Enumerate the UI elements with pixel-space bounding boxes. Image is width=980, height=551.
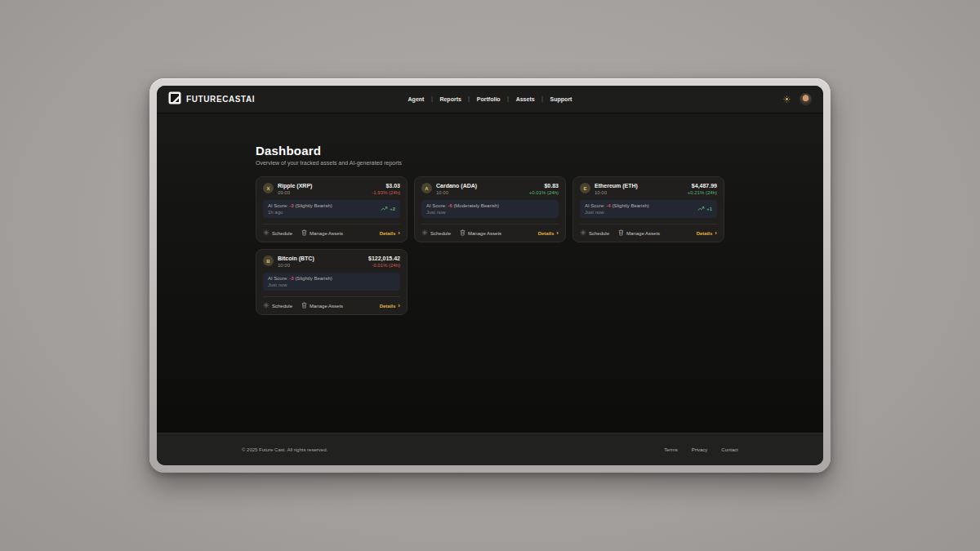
gear-icon — [263, 229, 270, 237]
details-button[interactable]: Details › — [380, 304, 400, 309]
trash-icon — [618, 229, 624, 237]
coin-price: $0.83 — [529, 183, 559, 189]
coin-avatar: E — [580, 183, 590, 193]
copyright-text: © 2025 Future Cast. All rights reserved. — [242, 447, 327, 452]
chevron-right-icon: › — [398, 231, 400, 236]
coin-name: Cardano (ADA) — [436, 183, 525, 189]
trash-icon — [301, 229, 307, 237]
nav-item-assets[interactable]: Assets — [508, 96, 542, 102]
coin-time: 10:00 — [436, 190, 525, 195]
schedule-label: Schedule — [272, 304, 292, 309]
asset-card: B Bitcoin (BTC) 10:00 $122,015.42 -0.01%… — [256, 249, 408, 315]
app-window: FUTURECASTAI Agent Reports Portfolio Ass… — [149, 78, 831, 473]
chevron-right-icon: › — [556, 231, 559, 236]
schedule-button[interactable]: Schedule — [263, 302, 292, 309]
app-screen: FUTURECASTAI Agent Reports Portfolio Ass… — [157, 86, 823, 465]
user-avatar[interactable] — [800, 93, 812, 105]
footer-link-privacy[interactable]: Privacy — [692, 447, 708, 452]
price-change: -0.01% (24h) — [368, 263, 400, 268]
footer-link-terms[interactable]: Terms — [664, 447, 677, 452]
trend-badge: +1 — [697, 207, 712, 212]
nav-item-portfolio[interactable]: Portfolio — [469, 96, 508, 102]
gear-icon — [580, 229, 586, 237]
ai-score-box: AI Score: -6 (Moderately Bearish) Just n… — [421, 200, 559, 218]
page-footer: © 2025 Future Cast. All rights reserved.… — [157, 433, 823, 465]
price-change: -1.93% (24h) — [372, 190, 400, 195]
ai-updated: Just now — [268, 282, 332, 287]
trend-value: +2 — [390, 207, 395, 211]
coin-name: Ripple (XRP) — [278, 183, 368, 189]
ai-score-value: -6 — [448, 203, 452, 208]
details-label: Details — [697, 231, 713, 236]
theme-toggle-sun-icon[interactable] — [783, 96, 791, 103]
page-title: Dashboard — [256, 144, 724, 158]
trash-icon — [460, 229, 466, 237]
ai-score-box: AI Score: -4 (Slightly Bearish) Just now — [580, 200, 717, 218]
ai-score-value: -4 — [606, 203, 610, 208]
coin-avatar: X — [263, 183, 274, 193]
gear-icon — [421, 229, 428, 237]
ai-score-label: AI Score: — [268, 276, 288, 281]
details-label: Details — [380, 304, 396, 309]
ai-score-value: -3 — [289, 203, 293, 208]
schedule-button[interactable]: Schedule — [580, 229, 609, 237]
manage-assets-label: Manage Assets — [310, 304, 343, 309]
ai-sentiment: (Slightly Bearish) — [295, 276, 332, 281]
coin-name: Ethereum (ETH) — [595, 183, 684, 189]
nav-item-support[interactable]: Support — [542, 96, 580, 102]
details-button[interactable]: Details › — [697, 231, 717, 236]
manage-assets-button[interactable]: Manage Assets — [618, 229, 660, 237]
manage-assets-label: Manage Assets — [310, 231, 343, 236]
schedule-button[interactable]: Schedule — [421, 229, 451, 237]
schedule-button[interactable]: Schedule — [263, 229, 292, 237]
manage-assets-button[interactable]: Manage Assets — [301, 229, 343, 237]
nav-item-reports[interactable]: Reports — [431, 96, 468, 102]
coin-avatar: B — [263, 256, 274, 266]
coin-time: 10:00 — [278, 263, 364, 268]
schedule-label: Schedule — [272, 231, 292, 236]
details-label: Details — [538, 231, 555, 236]
brand-logo[interactable]: FUTURECASTAI — [168, 91, 255, 108]
ai-score-label: AI Score: — [426, 203, 447, 208]
main-nav: Agent Reports Portfolio Assets Support — [401, 96, 580, 102]
page-subtitle: Overview of your tracked assets and AI-g… — [256, 160, 724, 166]
main-content: Dashboard Overview of your tracked asset… — [157, 113, 823, 433]
ai-score-box: AI Score: -3 (Slightly Bearish) Just now — [263, 273, 400, 291]
ai-sentiment: (Slightly Bearish) — [612, 203, 648, 208]
trend-badge: +2 — [381, 207, 395, 212]
coin-time: 10:00 — [595, 190, 684, 195]
asset-card: X Ripple (XRP) 09:00 $3.03 -1.93% (24h) — [256, 176, 408, 242]
nav-item-agent[interactable]: Agent — [401, 96, 432, 102]
price-change: +0.21% (24h) — [688, 190, 717, 195]
asset-cards-grid: X Ripple (XRP) 09:00 $3.03 -1.93% (24h) — [256, 176, 724, 315]
chevron-right-icon: › — [398, 304, 400, 309]
price-change: +0.01% (24h) — [529, 190, 559, 195]
trending-up-icon — [697, 207, 705, 212]
brand-name: FUTURECASTAI — [186, 95, 255, 104]
coin-avatar: A — [421, 183, 432, 193]
ai-updated: Just now — [426, 210, 499, 215]
manage-assets-button[interactable]: Manage Assets — [460, 229, 501, 237]
ai-score-label: AI Score: — [268, 203, 288, 208]
asset-card: A Cardano (ADA) 10:00 $0.83 +0.01% (24h) — [414, 176, 566, 242]
chevron-right-icon: › — [715, 231, 717, 236]
details-label: Details — [380, 231, 396, 236]
coin-price: $4,487.99 — [688, 183, 717, 189]
trending-up-icon — [381, 207, 388, 212]
coin-time: 09:00 — [278, 190, 368, 195]
ai-updated: 1h ago — [268, 210, 332, 215]
ai-sentiment: (Moderately Bearish) — [453, 203, 499, 208]
manage-assets-label: Manage Assets — [468, 231, 501, 236]
schedule-label: Schedule — [589, 231, 609, 236]
details-button[interactable]: Details › — [538, 231, 559, 236]
details-button[interactable]: Details › — [380, 231, 400, 236]
ai-score-label: AI Score: — [585, 203, 605, 208]
coin-price: $122,015.42 — [368, 256, 400, 261]
topbar-right — [783, 93, 812, 105]
footer-links: Terms Privacy Contact — [664, 447, 738, 452]
footer-link-contact[interactable]: Contact — [721, 447, 738, 452]
ai-sentiment: (Slightly Bearish) — [295, 203, 332, 208]
top-navigation-bar: FUTURECASTAI Agent Reports Portfolio Ass… — [157, 86, 823, 113]
schedule-label: Schedule — [430, 231, 451, 236]
manage-assets-button[interactable]: Manage Assets — [301, 302, 343, 309]
